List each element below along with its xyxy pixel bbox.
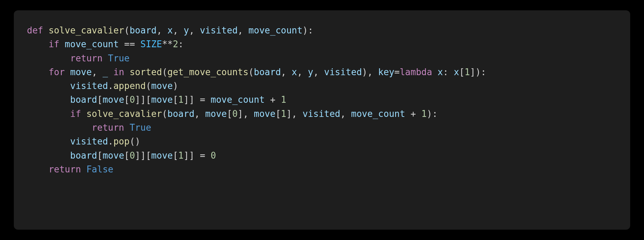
code-token: = <box>394 67 400 77</box>
code-token: move <box>70 67 92 77</box>
code-token: [ <box>124 94 130 105</box>
code-token: 1 <box>421 109 427 119</box>
code-token <box>103 53 108 63</box>
code-token: , <box>281 67 292 77</box>
code-token: ): <box>302 25 313 36</box>
code-token: in <box>114 67 124 77</box>
code-token: visited <box>200 25 238 36</box>
code-token: visited <box>70 81 108 91</box>
code-token <box>27 164 49 174</box>
code-token: move <box>151 150 173 161</box>
code-token <box>432 67 438 77</box>
code-token: y <box>184 25 189 36</box>
code-token <box>27 150 70 161</box>
code-token: board <box>129 25 156 36</box>
code-token: move <box>151 81 173 91</box>
code-token: True <box>129 122 151 133</box>
code-token: , <box>194 109 205 119</box>
code-token <box>81 109 87 119</box>
code-token: append <box>113 81 146 91</box>
code-token <box>27 39 49 49</box>
code-token: , <box>157 25 167 36</box>
code-token: ** <box>162 39 173 49</box>
code: def solve_cavalier(board, x, y, visited,… <box>27 25 486 174</box>
code-token <box>27 136 70 147</box>
code-token: ]][ <box>135 94 151 105</box>
code-token: ): <box>427 109 437 119</box>
code-token: for <box>49 67 65 77</box>
code-token: [ <box>275 109 281 119</box>
code-token <box>124 67 130 77</box>
code-token: move <box>254 109 276 119</box>
code-token <box>65 67 70 77</box>
code-token: board <box>254 67 281 77</box>
code-token: , <box>189 25 200 36</box>
code-token: pop <box>113 136 129 147</box>
code-token: if <box>70 109 81 119</box>
code-token: ( <box>248 67 254 77</box>
code-token: [ <box>97 94 103 105</box>
code-token: + <box>265 94 281 105</box>
code-token <box>27 109 70 119</box>
code-token <box>108 67 114 77</box>
code-token: lambda <box>400 67 432 77</box>
code-token: move <box>151 94 173 105</box>
code-content: def solve_cavalier(board, x, y, visited,… <box>27 23 617 176</box>
code-token: , <box>92 67 103 77</box>
code-token: [ <box>459 67 465 77</box>
code-token: 0 <box>129 150 135 161</box>
code-token: ]][ <box>135 150 151 161</box>
code-token <box>124 122 130 133</box>
code-token: x <box>167 25 173 36</box>
code-token: == <box>119 39 140 49</box>
code-token: 2 <box>173 39 178 49</box>
code-token: ( <box>146 81 151 91</box>
code-token: ], <box>238 109 254 119</box>
code-token: solve_cavalier <box>49 25 124 36</box>
code-token: ]] = <box>184 150 211 161</box>
code-token: board <box>70 150 97 161</box>
code-token: , <box>238 25 248 36</box>
code-token: return <box>92 122 124 133</box>
code-token: + <box>405 109 421 119</box>
code-token: move_count <box>351 109 405 119</box>
code-token: board <box>167 109 194 119</box>
code-token: ) <box>173 81 178 91</box>
code-token: _ <box>103 67 108 77</box>
code-token: 0 <box>129 94 135 105</box>
code-token: [ <box>124 150 130 161</box>
code-token: ]): <box>470 67 486 77</box>
code-token: 1 <box>465 67 470 77</box>
code-token <box>43 25 49 36</box>
code-token: True <box>108 53 130 63</box>
code-token: False <box>86 164 113 174</box>
code-token: , <box>173 25 184 36</box>
code-token: move_count <box>65 39 119 49</box>
code-token: visited <box>302 109 340 119</box>
code-token: . <box>108 136 114 147</box>
code-token: ), <box>362 67 378 77</box>
code-token: visited <box>324 67 362 77</box>
code-token: get_move_counts <box>167 67 248 77</box>
code-token: [ <box>173 94 178 105</box>
code-token: : <box>178 39 184 49</box>
code-token: def <box>27 25 43 36</box>
code-token: [ <box>227 109 232 119</box>
code-token: x <box>292 67 297 77</box>
code-block: def solve_cavalier(board, x, y, visited,… <box>14 10 630 230</box>
code-token: y <box>308 67 313 77</box>
code-token: , <box>313 67 324 77</box>
code-token: x <box>454 67 459 77</box>
code-token: ]] = <box>184 94 211 105</box>
code-token: 1 <box>281 109 286 119</box>
code-token: ], <box>286 109 302 119</box>
code-token: move <box>103 150 124 161</box>
code-token: visited <box>70 136 108 147</box>
code-token: ( <box>124 25 130 36</box>
code-token: move <box>103 94 124 105</box>
code-token: sorted <box>129 67 162 77</box>
code-token <box>81 164 87 174</box>
code-token: , <box>297 67 308 77</box>
code-token: solve_cavalier <box>86 109 162 119</box>
code-token: 0 <box>211 150 216 161</box>
